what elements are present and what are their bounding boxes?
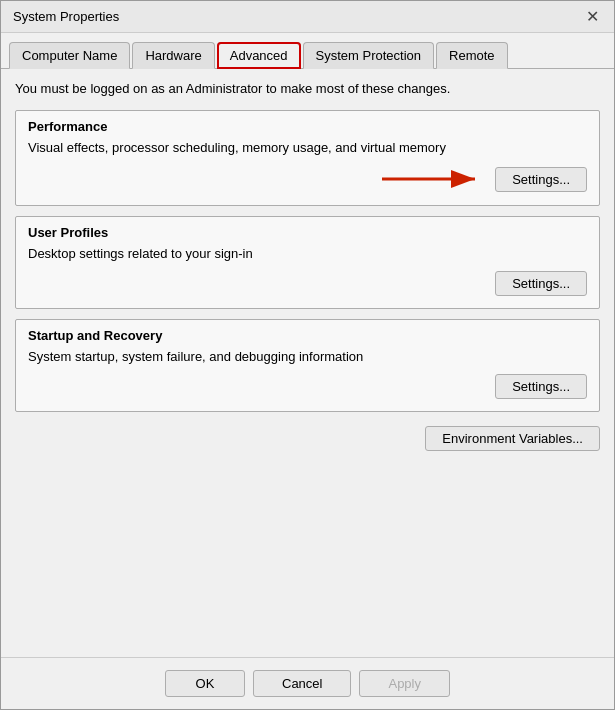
cancel-button[interactable]: Cancel	[253, 670, 351, 697]
user-profiles-title: User Profiles	[28, 225, 587, 240]
performance-title: Performance	[28, 119, 587, 134]
ok-button[interactable]: OK	[165, 670, 245, 697]
tab-bar: Computer Name Hardware Advanced System P…	[1, 33, 614, 69]
main-content: You must be logged on as an Administrato…	[1, 69, 614, 657]
title-bar: System Properties ✕	[1, 1, 614, 33]
environment-variables-button[interactable]: Environment Variables...	[425, 426, 600, 451]
admin-note: You must be logged on as an Administrato…	[15, 81, 600, 96]
user-profiles-desc: Desktop settings related to your sign-in	[28, 246, 587, 261]
window-title: System Properties	[13, 9, 119, 24]
user-profiles-section: User Profiles Desktop settings related t…	[15, 216, 600, 309]
user-profiles-settings-button[interactable]: Settings...	[495, 271, 587, 296]
performance-footer: Settings...	[28, 165, 587, 193]
tab-hardware[interactable]: Hardware	[132, 42, 214, 69]
bottom-bar: OK Cancel Apply	[1, 657, 614, 709]
startup-recovery-settings-button[interactable]: Settings...	[495, 374, 587, 399]
tab-advanced[interactable]: Advanced	[217, 42, 301, 69]
apply-button[interactable]: Apply	[359, 670, 450, 697]
performance-section: Performance Visual effects, processor sc…	[15, 110, 600, 206]
startup-recovery-title: Startup and Recovery	[28, 328, 587, 343]
performance-settings-button[interactable]: Settings...	[495, 167, 587, 192]
close-button[interactable]: ✕	[578, 3, 606, 31]
tab-remote[interactable]: Remote	[436, 42, 508, 69]
tab-system-protection[interactable]: System Protection	[303, 42, 435, 69]
arrow-icon	[377, 165, 487, 193]
user-profiles-footer: Settings...	[28, 271, 587, 296]
startup-recovery-footer: Settings...	[28, 374, 587, 399]
env-vars-row: Environment Variables...	[15, 422, 600, 455]
performance-desc: Visual effects, processor scheduling, me…	[28, 140, 587, 155]
system-properties-window: System Properties ✕ Computer Name Hardwa…	[0, 0, 615, 710]
startup-recovery-section: Startup and Recovery System startup, sys…	[15, 319, 600, 412]
tab-computer-name[interactable]: Computer Name	[9, 42, 130, 69]
startup-recovery-desc: System startup, system failure, and debu…	[28, 349, 587, 364]
